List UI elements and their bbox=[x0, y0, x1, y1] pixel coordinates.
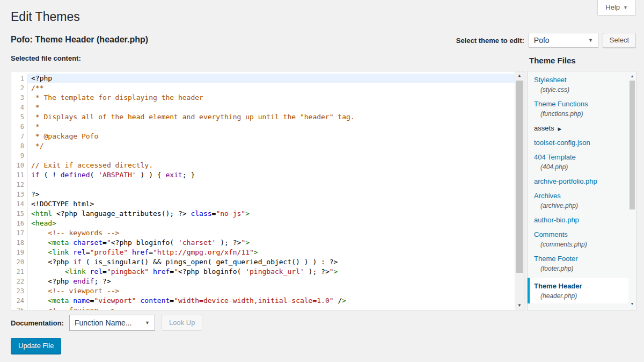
theme-file-item[interactable]: toolset-config.json bbox=[528, 137, 628, 147]
code-line[interactable]: 21 <link rel="pingback" href="<?php blog… bbox=[11, 267, 515, 277]
help-tab[interactable]: Help ▼ bbox=[597, 0, 636, 16]
code-lines[interactable]: 1<?php2/**3 * The template for displayin… bbox=[11, 71, 515, 310]
theme-file-link[interactable]: toolset-config.json bbox=[534, 139, 590, 147]
code-text: <!-- viewport --> bbox=[28, 286, 515, 296]
code-line[interactable]: 22 <?php endif; ?> bbox=[11, 277, 515, 286]
code-line[interactable]: 20 <?php if ( is_singular() && pings_ope… bbox=[11, 257, 515, 267]
theme-file-item[interactable]: 404 Template(404.php) bbox=[528, 152, 628, 171]
theme-file-filename: (footer.php) bbox=[534, 265, 628, 273]
theme-file-item[interactable]: archive-portfolio.php bbox=[528, 176, 628, 186]
code-text: <?php endif; ?> bbox=[28, 277, 515, 286]
code-line[interactable]: 8 */ bbox=[11, 141, 515, 151]
code-text bbox=[28, 180, 515, 190]
update-file-button[interactable]: Update File bbox=[11, 338, 61, 354]
chevron-down-icon: ▼ bbox=[588, 38, 593, 43]
code-line[interactable]: 23 <!-- viewport --> bbox=[11, 286, 515, 296]
theme-file-item[interactable]: Theme Header(header.php) bbox=[528, 278, 628, 303]
line-number: 8 bbox=[11, 141, 28, 151]
select-theme-button[interactable]: Select bbox=[603, 33, 636, 48]
code-line[interactable]: 15<html <?php language_attributes(); ?> … bbox=[11, 209, 515, 219]
code-text: * The template for displaying the header bbox=[28, 93, 515, 103]
theme-file-item[interactable]: Main Index Template bbox=[528, 308, 628, 310]
code-line[interactable]: 9 bbox=[11, 151, 515, 161]
theme-file-item[interactable]: Archives(archive.php) bbox=[528, 191, 628, 210]
code-line[interactable]: 10// Exit if accessed directly. bbox=[11, 161, 515, 170]
line-number: 11 bbox=[11, 170, 28, 180]
code-line[interactable]: 3 * The template for displaying the head… bbox=[11, 93, 515, 103]
line-number: 12 bbox=[11, 180, 28, 190]
theme-file-item[interactable]: Theme Footer(footer.php) bbox=[528, 254, 628, 273]
code-editor[interactable]: 1<?php2/**3 * The template for displayin… bbox=[11, 71, 524, 310]
code-line[interactable]: 16<head> bbox=[11, 219, 515, 228]
code-line[interactable]: 13?> bbox=[11, 190, 515, 199]
theme-file-filename: (comments.php) bbox=[534, 241, 628, 249]
select-theme-label: Select theme to edit: bbox=[456, 37, 524, 45]
theme-file-item[interactable]: Theme Functions(functions.php) bbox=[528, 99, 628, 118]
theme-file-link[interactable]: Archives bbox=[534, 192, 561, 200]
line-number: 17 bbox=[11, 228, 28, 238]
code-text bbox=[28, 151, 515, 161]
line-number: 9 bbox=[11, 151, 28, 161]
documentation-label: Documentation: bbox=[11, 319, 64, 327]
theme-file-filename: (header.php) bbox=[534, 292, 628, 300]
theme-file-item[interactable]: Comments(comments.php) bbox=[528, 229, 628, 249]
sidebar-scrollbar[interactable]: ▲ ▼ bbox=[628, 71, 636, 310]
scroll-up-arrow-icon[interactable]: ▲ bbox=[515, 71, 524, 80]
code-line[interactable]: 17 <!-- keywords --> bbox=[11, 228, 515, 238]
line-number: 2 bbox=[11, 83, 28, 93]
code-text: <?php bbox=[28, 74, 515, 83]
theme-file-link[interactable]: archive-portfolio.php bbox=[534, 177, 597, 185]
code-line[interactable]: 4 * bbox=[11, 103, 515, 112]
code-line[interactable]: 18 <meta charset="<?php bloginfo( 'chars… bbox=[11, 238, 515, 248]
line-number: 24 bbox=[11, 296, 28, 306]
line-number: 15 bbox=[11, 209, 28, 219]
theme-file-link[interactable]: Comments bbox=[534, 230, 568, 238]
editor-scrollbar-thumb[interactable] bbox=[516, 81, 523, 273]
code-line[interactable]: 11if ( ! defined( 'ABSPATH' ) ) { exit; … bbox=[11, 170, 515, 180]
code-line[interactable]: 12 bbox=[11, 180, 515, 190]
theme-file-filename: (functions.php) bbox=[534, 110, 628, 118]
theme-files-heading: Theme Files bbox=[529, 56, 576, 65]
help-label: Help bbox=[605, 3, 620, 11]
theme-select[interactable]: Pofo ▼ bbox=[529, 33, 598, 48]
line-number: 25 bbox=[11, 306, 28, 310]
scroll-down-arrow-icon[interactable]: ▼ bbox=[628, 300, 636, 308]
code-text: * bbox=[28, 103, 515, 112]
code-line[interactable]: 2/** bbox=[11, 83, 515, 93]
theme-file-item[interactable]: author-bio.php bbox=[528, 215, 628, 225]
documentation-select[interactable]: Function Name... ▼ bbox=[69, 315, 155, 331]
theme-file-filename: (archive.php) bbox=[534, 202, 628, 210]
theme-files-list: Stylesheet(style.css)Theme Functions(fun… bbox=[528, 71, 628, 310]
code-text: <meta name="viewport" content="width=dev… bbox=[28, 296, 515, 306]
theme-file-item[interactable]: assets▶ bbox=[528, 123, 628, 133]
scroll-up-arrow-icon[interactable]: ▲ bbox=[628, 73, 636, 80]
code-line[interactable]: 6 * bbox=[11, 122, 515, 132]
theme-file-item[interactable]: Stylesheet(style.css) bbox=[528, 75, 628, 94]
theme-file-link[interactable]: 404 Template bbox=[534, 153, 576, 161]
code-line[interactable]: 19 <link rel="profile" href="http://gmpg… bbox=[11, 248, 515, 257]
code-text: <!-- keywords --> bbox=[28, 228, 515, 238]
file-subtitle: Pofo: Theme Header (header.php) bbox=[11, 35, 148, 45]
code-line[interactable]: 1<?php bbox=[11, 74, 515, 83]
code-text: <?php if ( is_singular() && pings_open( … bbox=[28, 257, 515, 267]
folder-expand-arrow-icon[interactable]: ▶ bbox=[558, 126, 562, 132]
theme-file-link[interactable]: author-bio.php bbox=[534, 216, 579, 224]
code-line[interactable]: 5 * Displays all of the head element and… bbox=[11, 112, 515, 122]
theme-file-link[interactable]: Theme Functions bbox=[534, 100, 588, 108]
code-line[interactable]: 7 * @package Pofo bbox=[11, 132, 515, 141]
theme-file-link[interactable]: Theme Header bbox=[534, 282, 582, 290]
code-line[interactable]: 24 <meta name="viewport" content="width=… bbox=[11, 296, 515, 306]
theme-file-link[interactable]: Theme Footer bbox=[534, 255, 578, 263]
editor-scrollbar[interactable]: ▲ ▼ bbox=[515, 71, 524, 310]
code-text: <link rel="pingback" href="<?php bloginf… bbox=[28, 267, 515, 277]
look-up-button[interactable]: Look Up bbox=[162, 315, 202, 331]
theme-file-link[interactable]: Stylesheet bbox=[534, 76, 567, 84]
code-text: * bbox=[28, 122, 515, 132]
code-line[interactable]: 14<!DOCTYPE html> bbox=[11, 199, 515, 209]
theme-file-link[interactable]: assets bbox=[534, 124, 554, 132]
theme-file-link[interactable]: Main Index Template bbox=[534, 309, 598, 310]
sidebar-scrollbar-thumb[interactable] bbox=[630, 81, 635, 209]
scroll-down-arrow-icon[interactable]: ▼ bbox=[515, 301, 524, 310]
line-number: 4 bbox=[11, 103, 28, 112]
code-line[interactable]: 25 <!-- favicon --> bbox=[11, 306, 515, 310]
